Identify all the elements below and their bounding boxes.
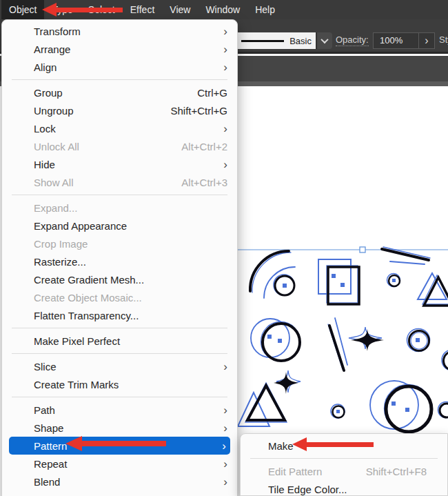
chevron-right-icon: [223, 61, 227, 73]
chevron-right-icon: [223, 123, 227, 135]
submenu-item-tile-edge-color[interactable]: Tile Edge Color...: [241, 480, 447, 496]
chevron-right-icon: [223, 26, 227, 37]
menu-item-show-all: Show AllAlt+Ctrl+3: [2, 173, 237, 191]
stroke-preview-line-icon: [241, 40, 284, 42]
shortcut: Shift+Ctrl+G: [170, 105, 227, 117]
menu-item-slice[interactable]: Slice: [2, 357, 237, 375]
menu-item-unlock-all: Unlock AllAlt+Ctrl+2: [2, 137, 237, 155]
menu-separator: [250, 458, 438, 459]
menubar-item-type[interactable]: Type: [44, 0, 80, 19]
stroke-style-dropdown-button[interactable]: [316, 32, 332, 49]
chevron-right-icon: [223, 476, 227, 488]
opacity-expand-button[interactable]: [419, 32, 435, 49]
shortcut: Alt+Ctrl+3: [181, 177, 227, 188]
menu-item-envelope-distort[interactable]: Envelope Distort: [2, 490, 237, 496]
stroke-style-label: Basic: [289, 36, 312, 46]
chevron-right-icon: [223, 494, 227, 496]
menu-item-align[interactable]: Align: [2, 58, 237, 76]
menu-separator: [12, 353, 227, 354]
chevron-down-icon: [320, 36, 328, 43]
menu-item-pattern[interactable]: Pattern: [9, 437, 230, 455]
menubar-item-effect[interactable]: Effect: [123, 0, 163, 19]
menubar-item-window[interactable]: Window: [198, 0, 247, 19]
menu-item-repeat[interactable]: Repeat: [2, 455, 237, 473]
chevron-right-icon: [223, 422, 227, 434]
shortcut: Alt+Ctrl+2: [181, 141, 227, 152]
menu-bar: Object Type Select Effect View Window He…: [0, 0, 448, 19]
menu-item-flatten-transparency[interactable]: Flatten Transparency...: [2, 306, 237, 324]
chevron-right-icon: [223, 159, 227, 170]
chevron-right-icon: [223, 458, 227, 470]
menubar-item-view[interactable]: View: [162, 0, 198, 19]
stroke-style-control[interactable]: Basic: [233, 32, 316, 49]
opacity-input[interactable]: 100%: [373, 32, 419, 49]
illustrator-window: Object Type Select Effect View Window He…: [0, 0, 448, 496]
menu-item-create-trim-marks[interactable]: Create Trim Marks: [2, 375, 237, 393]
chevron-right-icon: [223, 361, 227, 373]
submenu-item-make[interactable]: Make: [241, 437, 447, 455]
menu-separator: [12, 328, 227, 328]
menubar-item-object[interactable]: Object: [1, 0, 44, 19]
menu-item-make-pixel-perfect[interactable]: Make Pixel Perfect: [2, 332, 237, 350]
menu-item-ungroup[interactable]: UngroupShift+Ctrl+G: [2, 101, 237, 119]
menu-item-expand-appearance[interactable]: Expand Appearance: [2, 217, 237, 235]
menu-item-blend[interactable]: Blend: [2, 473, 237, 490]
artboard-artwork: [238, 86, 448, 436]
selection-handle: [360, 247, 365, 252]
menu-item-lock[interactable]: Lock: [2, 119, 237, 137]
opacity-label[interactable]: Opacity:: [336, 34, 369, 46]
pattern-submenu-panel: Make Edit PatternShift+Ctrl+F8 Tile Edge…: [240, 433, 448, 496]
menu-item-create-object-mosaic: Create Object Mosaic...: [2, 288, 237, 306]
menubar-item-select[interactable]: Select: [81, 0, 123, 19]
menu-item-expand: Expand...: [2, 199, 237, 217]
menu-item-rasterize[interactable]: Rasterize...: [2, 252, 237, 270]
shortcut: Ctrl+G: [197, 87, 227, 99]
menu-item-hide[interactable]: Hide: [2, 155, 237, 173]
menu-separator: [12, 79, 227, 80]
object-menu-panel: Transform Arrange Align GroupCtrl+G Ungr…: [1, 19, 238, 496]
menu-separator: [12, 397, 227, 397]
menu-separator: [12, 195, 227, 195]
chevron-right-icon: [223, 43, 227, 55]
menu-item-shape[interactable]: Shape: [2, 419, 237, 437]
style-label-truncated: Sty: [439, 34, 448, 45]
menu-item-path[interactable]: Path: [2, 401, 237, 419]
menu-item-group[interactable]: GroupCtrl+G: [2, 83, 237, 101]
menu-item-arrange[interactable]: Arrange: [2, 40, 237, 58]
menu-item-crop-image: Crop Image: [2, 235, 237, 252]
shortcut: Shift+Ctrl+F8: [366, 466, 427, 477]
chevron-right-icon: [223, 404, 227, 416]
menubar-item-help[interactable]: Help: [247, 0, 283, 19]
chevron-right-icon: [222, 440, 226, 452]
menu-item-create-gradient-mesh[interactable]: Create Gradient Mesh...: [2, 270, 237, 288]
submenu-item-edit-pattern: Edit PatternShift+Ctrl+F8: [241, 462, 447, 480]
menu-item-transform[interactable]: Transform: [2, 22, 237, 40]
